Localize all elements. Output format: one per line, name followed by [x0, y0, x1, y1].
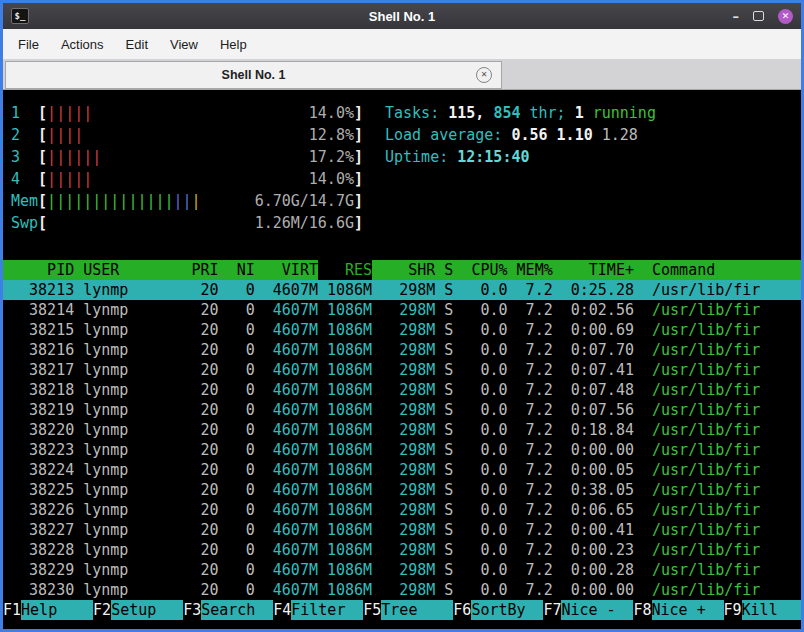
column-header-shr[interactable]: SHR — [372, 260, 435, 280]
cell-user: lynmp — [83, 460, 173, 480]
cell-ni: 0 — [219, 460, 255, 480]
process-row-38227[interactable]: 38227lynmp2004607M1086M298MS0.07.20:00.4… — [3, 520, 801, 540]
cell-ni: 0 — [219, 500, 255, 520]
fkey-f2[interactable]: F2Setup — [93, 600, 183, 620]
menu-file[interactable]: File — [7, 32, 50, 57]
cell-cpu: 0.0 — [453, 460, 507, 480]
column-header-pid[interactable]: PID — [11, 260, 74, 280]
column-header-time[interactable]: TIME+ — [553, 260, 634, 280]
function-key-bar: F1HelpF2SetupF3SearchF4FilterF5TreeF6Sor… — [3, 600, 801, 620]
column-header-mem[interactable]: MEM% — [508, 260, 553, 280]
fkey-f9[interactable]: F9Kill — [724, 600, 802, 620]
uptime-label: Uptime: — [385, 148, 457, 166]
cpu-meter-4: 4[|||||14.0%] — [11, 168, 363, 190]
cell-res: 1086M — [318, 460, 372, 480]
process-row-38223[interactable]: 38223lynmp2004607M1086M298MS0.07.20:00.0… — [3, 440, 801, 460]
cpu-meter-label: 3 — [11, 146, 38, 168]
fkey-f4[interactable]: F4Filter — [273, 600, 363, 620]
process-row-38214[interactable]: 38214lynmp2004607M1086M298MS0.07.20:02.5… — [3, 300, 801, 320]
process-row-38229[interactable]: 38229lynmp2004607M1086M298MS0.07.20:00.2… — [3, 560, 801, 580]
tab-shell[interactable]: Shell No. 1 ✕ — [5, 61, 502, 89]
process-row-38224[interactable]: 38224lynmp2004607M1086M298MS0.07.20:00.0… — [3, 460, 801, 480]
cell-s: S — [435, 360, 453, 380]
swap-meter: Swp[1.26M/16.6G] — [11, 212, 363, 234]
cell-res: 1086M — [318, 560, 372, 580]
memory-meter: Mem[|||||||||||||||||6.70G/14.7G] — [11, 190, 363, 212]
column-header-virt[interactable]: VIRT — [255, 260, 318, 280]
minimize-button[interactable]: – — [733, 10, 740, 23]
column-header-s[interactable]: S — [435, 260, 453, 280]
cpu-percent: 17.2% — [309, 146, 354, 168]
close-button[interactable]: ✕ — [778, 9, 793, 24]
process-row-38213[interactable]: 38213lynmp2004607M1086M298MS0.07.20:25.2… — [3, 280, 801, 300]
cell-user: lynmp — [83, 560, 173, 580]
fkey-f6[interactable]: F6SortBy — [453, 600, 543, 620]
process-row-38230[interactable]: 38230lynmp2004607M1086M298MS0.07.20:00.0… — [3, 580, 801, 600]
cell-time: 0:00.23 — [553, 540, 634, 560]
fkey-action: Help — [21, 600, 93, 620]
process-row-38220[interactable]: 38220lynmp2004607M1086M298MS0.07.20:18.8… — [3, 420, 801, 440]
cell-s: S — [435, 380, 453, 400]
menu-actions[interactable]: Actions — [50, 32, 115, 57]
cell-cmd: /usr/lib/fir — [652, 340, 801, 360]
fkey-f8[interactable]: F8Nice + — [633, 600, 723, 620]
cell-res: 1086M — [318, 400, 372, 420]
fkey-action: Setup — [111, 600, 183, 620]
process-row-38228[interactable]: 38228lynmp2004607M1086M298MS0.07.20:00.2… — [3, 540, 801, 560]
maximize-button[interactable] — [753, 11, 764, 21]
tab-close-icon[interactable]: ✕ — [476, 67, 492, 83]
column-header-user[interactable]: USER — [83, 260, 173, 280]
cell-mem: 7.2 — [508, 480, 553, 500]
cpu-percent: 14.0% — [309, 168, 354, 190]
cell-virt: 4607M — [255, 360, 318, 380]
meter-spacer — [201, 190, 255, 212]
cell-shr: 298M — [372, 440, 435, 460]
cell-mem: 7.2 — [508, 380, 553, 400]
cell-virt: 4607M — [255, 380, 318, 400]
meter-spacer — [83, 124, 309, 146]
cell-pid: 38218 — [11, 380, 74, 400]
menu-view[interactable]: View — [159, 32, 209, 57]
cell-virt: 4607M — [255, 480, 318, 500]
title-bar: $_ Shell No. 1 – ✕ — [3, 3, 801, 29]
threads-count: 854 — [493, 104, 520, 122]
cell-pri: 20 — [174, 360, 219, 380]
load-1min: 0.56 — [511, 126, 556, 144]
cell-shr: 298M — [372, 420, 435, 440]
column-header-cmd[interactable]: Command — [652, 260, 801, 280]
process-row-38226[interactable]: 38226lynmp2004607M1086M298MS0.07.20:06.6… — [3, 500, 801, 520]
cell-pri: 20 — [174, 400, 219, 420]
cell-shr: 298M — [372, 500, 435, 520]
fkey-f3[interactable]: F3Search — [183, 600, 273, 620]
process-row-38218[interactable]: 38218lynmp2004607M1086M298MS0.07.20:07.4… — [3, 380, 801, 400]
process-row-38219[interactable]: 38219lynmp2004607M1086M298MS0.07.20:07.5… — [3, 400, 801, 420]
cell-pid: 38214 — [11, 300, 74, 320]
fkey-f5[interactable]: F5Tree — [363, 600, 453, 620]
meter-spacer — [92, 102, 309, 124]
column-header-ni[interactable]: NI — [219, 260, 255, 280]
menu-help[interactable]: Help — [209, 32, 258, 57]
menu-edit[interactable]: Edit — [115, 32, 159, 57]
column-header-cpu[interactable]: CPU% — [453, 260, 507, 280]
cell-virt: 4607M — [255, 540, 318, 560]
cell-mem: 7.2 — [508, 420, 553, 440]
cell-cmd: /usr/lib/fir — [652, 360, 801, 380]
column-header-res[interactable]: RES — [318, 260, 372, 280]
cell-res: 1086M — [318, 320, 372, 340]
process-row-38225[interactable]: 38225lynmp2004607M1086M298MS0.07.20:38.0… — [3, 480, 801, 500]
cell-shr: 298M — [372, 560, 435, 580]
fkey-f1[interactable]: F1Help — [3, 600, 93, 620]
process-row-38217[interactable]: 38217lynmp2004607M1086M298MS0.07.20:07.4… — [3, 360, 801, 380]
cell-time: 0:00.00 — [553, 580, 634, 600]
cell-pid: 38215 — [11, 320, 74, 340]
cell-pid: 38226 — [11, 500, 74, 520]
cell-virt: 4607M — [255, 340, 318, 360]
fkey-f7[interactable]: F7Nice - — [543, 600, 633, 620]
cell-shr: 298M — [372, 340, 435, 360]
swap-meter-label: Swp — [11, 212, 38, 234]
process-row-38216[interactable]: 38216lynmp2004607M1086M298MS0.07.20:07.7… — [3, 340, 801, 360]
cell-cpu: 0.0 — [453, 580, 507, 600]
process-row-38215[interactable]: 38215lynmp2004607M1086M298MS0.07.20:00.6… — [3, 320, 801, 340]
column-header-pri[interactable]: PRI — [174, 260, 219, 280]
cell-user: lynmp — [83, 440, 173, 460]
